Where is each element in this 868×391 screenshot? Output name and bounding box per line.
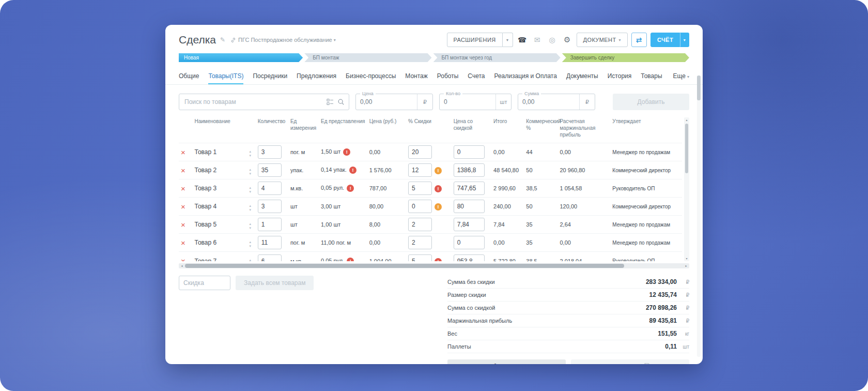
discount-input[interactable] [408,254,432,261]
scroll-up-icon[interactable]: ▴ [686,117,687,123]
chevron-down-icon: ▾ [687,74,689,79]
move-up-icon[interactable]: ▴ [249,168,251,171]
mail-icon[interactable]: ✉ [532,34,543,46]
move-down-icon[interactable]: ▾ [249,172,251,175]
stage-bp-installation-year[interactable]: БП монтаж через год [433,53,561,62]
table-vertical-scrollbar[interactable]: ▴ ▾ [684,117,689,261]
discounted-price-input[interactable] [454,236,485,249]
chevron-down-icon[interactable]: ▾ [334,38,336,42]
save-button[interactable]: Сохранить [571,359,689,364]
tab-offers[interactable]: Предложения [297,69,336,84]
update-button[interactable]: Обновить ⟳ [447,359,566,364]
tab-realization-payment[interactable]: Реализация и Оплата [494,69,556,84]
discounted-price-input[interactable] [454,145,485,159]
move-down-icon[interactable]: ▾ [249,208,251,212]
scroll-left-icon[interactable]: ◂ [179,263,185,268]
search-icon[interactable] [337,98,345,106]
invoice-button[interactable]: СЧЁТ [650,33,680,47]
tab-products-its[interactable]: Товары(ITS) [208,69,243,84]
sum-filter-input[interactable] [518,94,579,110]
invoice-dropdown-button[interactable]: ▾ [680,33,689,47]
delete-row-icon[interactable]: × [181,220,185,229]
product-name-link[interactable]: Товар 3 [194,185,216,192]
product-search-input[interactable] [184,98,323,106]
extensions-dropdown-button[interactable]: ▾ [503,33,513,47]
discount-input[interactable] [408,200,432,213]
quantity-input[interactable] [258,218,282,231]
quantity-input[interactable] [258,182,282,195]
move-up-icon[interactable]: ▴ [249,186,251,189]
scrollbar-thumb[interactable] [685,124,688,173]
quantity-input[interactable] [258,254,282,261]
edit-title-icon[interactable]: ✎ [220,36,225,43]
move-up-icon[interactable]: ▴ [249,204,251,207]
apply-discount-all-button[interactable]: Задать всем товарам [236,276,314,290]
discounted-price-input[interactable] [454,200,485,213]
scrollbar-thumb[interactable] [697,76,701,100]
tab-history[interactable]: История [608,69,632,84]
stage-close-deal[interactable]: Завершить сделку [562,53,689,62]
delete-row-icon[interactable]: × [181,148,185,157]
tab-robots[interactable]: Роботы [437,69,459,84]
tab-business-processes[interactable]: Бизнес-процессы [346,69,396,84]
tab-installation[interactable]: Монтаж [405,69,428,84]
move-up-icon[interactable]: ▴ [249,150,251,153]
extensions-button[interactable]: РАСШИРЕНИЯ [447,33,503,47]
delete-row-icon[interactable]: × [181,184,185,193]
discount-input[interactable] [408,218,432,231]
delete-row-icon[interactable]: × [181,257,185,261]
horizontal-scrollbar[interactable]: ◂ ▸ [179,263,689,268]
deal-category-link[interactable]: ПГС Постпродажное обслуживание [238,37,332,43]
discount-all-input[interactable] [179,276,230,290]
scroll-right-icon[interactable]: ▸ [683,263,689,268]
delete-row-icon[interactable]: × [181,238,185,247]
stage-new[interactable]: Новая [179,53,303,62]
phone-icon[interactable]: ☎ [517,34,528,46]
scroll-down-icon[interactable]: ▾ [686,256,687,261]
move-down-icon[interactable]: ▾ [249,245,251,248]
discounted-price-input[interactable] [454,254,485,261]
quantity-input[interactable] [258,200,282,213]
tab-invoices[interactable]: Счета [468,69,485,84]
discount-input[interactable] [408,163,432,177]
discount-input[interactable] [408,182,432,195]
settings-gear-icon[interactable]: ⚙ [562,34,573,46]
tab-products[interactable]: Товары [641,69,662,84]
discounted-price-input[interactable] [454,163,485,177]
scrollbar-thumb[interactable] [185,264,624,268]
product-name-link[interactable]: Товар 2 [194,167,216,174]
sync-button[interactable]: ⇄ [631,33,647,47]
product-name-link[interactable]: Товар 5 [194,221,216,228]
stage-bp-installation[interactable]: БП монтаж [304,53,431,62]
messenger-icon[interactable]: ◎ [547,34,558,46]
price-filter-input[interactable] [356,94,417,110]
tab-intermediaries[interactable]: Посредники [253,69,287,84]
quantity-input[interactable] [258,163,282,177]
product-name-link[interactable]: Товар 7 [194,258,216,261]
discounted-price-input[interactable] [454,218,485,231]
move-down-icon[interactable]: ▾ [249,154,251,157]
product-name-link[interactable]: Товар 4 [194,203,216,210]
move-up-icon[interactable]: ▴ [249,222,251,225]
product-name-link[interactable]: Товар 6 [194,239,216,246]
move-up-icon[interactable]: ▴ [249,259,251,261]
tab-general[interactable]: Общие [179,69,199,84]
quantity-input[interactable] [258,236,282,249]
add-product-button[interactable]: Добавить [613,94,689,110]
delete-row-icon[interactable]: × [181,202,185,211]
quantity-filter-input[interactable] [440,94,495,110]
product-name-link[interactable]: Товар 1 [194,148,216,156]
discounted-price-input[interactable] [454,182,485,195]
quantity-input[interactable] [258,145,282,159]
discount-input[interactable] [408,145,432,159]
page-vertical-scrollbar[interactable] [697,76,701,357]
move-down-icon[interactable]: ▾ [249,190,251,193]
move-down-icon[interactable]: ▾ [249,227,251,230]
document-button[interactable]: ДОКУМЕНТ▾ [577,33,628,47]
discount-input[interactable] [408,236,432,249]
tabs-more-button[interactable]: Еще▾ [673,69,689,84]
tab-documents[interactable]: Документы [566,69,598,84]
move-up-icon[interactable]: ▴ [249,240,251,244]
catalog-icon[interactable] [327,98,334,106]
delete-row-icon[interactable]: × [181,166,185,175]
